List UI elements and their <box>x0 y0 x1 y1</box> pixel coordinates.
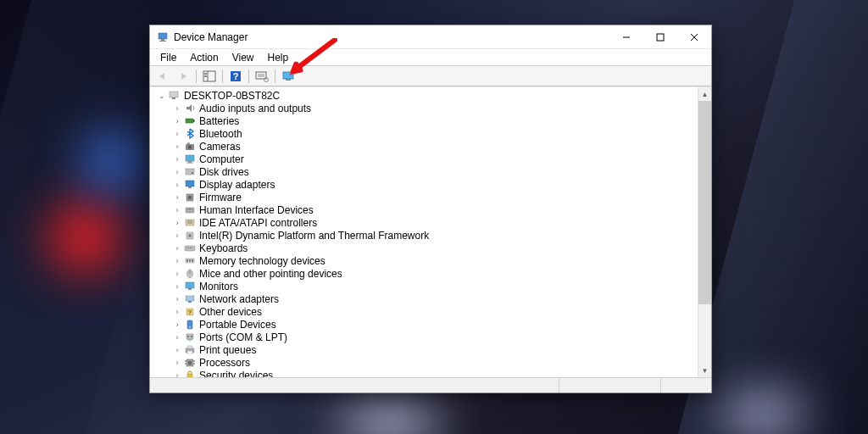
device-tree[interactable]: ⌄ DESKTOP-0BST82C ›Audio inputs and outp… <box>150 87 698 377</box>
chevron-right-icon[interactable]: › <box>172 346 182 354</box>
chevron-right-icon[interactable]: › <box>172 270 182 278</box>
scrollbar-thumb[interactable] <box>698 101 711 304</box>
add-legacy-hardware-button[interactable] <box>279 68 298 85</box>
svg-rect-53 <box>188 288 192 290</box>
chevron-right-icon[interactable]: › <box>172 320 182 329</box>
svg-rect-9 <box>204 73 207 75</box>
chevron-right-icon[interactable]: › <box>172 104 182 113</box>
scroll-down-button[interactable]: ▼ <box>698 364 711 377</box>
computer-icon <box>183 153 197 165</box>
tree-node-portable[interactable]: ›Portable Devices <box>170 318 698 331</box>
chevron-right-icon[interactable]: › <box>172 206 182 214</box>
svg-rect-65 <box>187 351 192 353</box>
menu-action[interactable]: Action <box>183 50 225 65</box>
tree-node-battery[interactable]: ›Batteries <box>170 114 698 127</box>
chevron-right-icon[interactable]: › <box>172 117 182 125</box>
close-button[interactable] <box>677 25 711 48</box>
tree-node-network[interactable]: ›Network adapters <box>170 292 698 305</box>
minimize-button[interactable] <box>609 25 643 48</box>
titlebar[interactable]: Device Manager <box>150 25 711 49</box>
vertical-scrollbar[interactable]: ▲ ▼ <box>698 87 711 377</box>
show-hide-tree-button[interactable] <box>200 68 219 85</box>
tree-node-audio[interactable]: ›Audio inputs and outputs <box>170 102 698 114</box>
svg-rect-31 <box>188 186 192 188</box>
chevron-right-icon[interactable]: › <box>172 333 182 342</box>
tree-node-other[interactable]: ›?Other devices <box>170 305 698 318</box>
disk-icon <box>183 166 197 178</box>
chevron-right-icon[interactable]: › <box>172 142 182 151</box>
chevron-right-icon[interactable]: › <box>172 244 182 253</box>
tree-node-monitor[interactable]: ›Monitors <box>170 280 698 292</box>
tree-node-label: Bluetooth <box>199 128 242 140</box>
statusbar <box>150 377 711 392</box>
forward-button <box>174 68 192 85</box>
svg-rect-54 <box>186 296 194 301</box>
svg-point-40 <box>188 234 192 237</box>
chevron-right-icon[interactable]: › <box>172 193 182 202</box>
menu-view[interactable]: View <box>225 50 261 65</box>
tree-node-camera[interactable]: ›Cameras <box>170 140 698 153</box>
ide-icon <box>183 217 197 229</box>
tree-node-bluetooth[interactable]: ›Bluetooth <box>170 127 698 140</box>
tree-node-hid[interactable]: ›Human Interface Devices <box>170 203 698 216</box>
scan-hardware-button[interactable] <box>253 68 271 85</box>
svg-point-62 <box>191 336 192 337</box>
network-icon <box>183 293 197 305</box>
tree-node-processor[interactable]: ›Processors <box>170 356 698 369</box>
chevron-down-icon[interactable]: ⌄ <box>157 92 167 100</box>
window-title: Device Manager <box>174 31 609 43</box>
tree-node-label: Security devices <box>199 370 273 378</box>
tree-node-label: Batteries <box>199 115 239 127</box>
tree-node-label: Memory technology devices <box>199 255 326 267</box>
chevron-right-icon[interactable]: › <box>172 130 182 138</box>
keyboard-icon <box>183 242 197 254</box>
bluetooth-icon <box>183 128 197 140</box>
chevron-right-icon[interactable]: › <box>172 257 182 265</box>
chevron-right-icon[interactable]: › <box>172 371 182 378</box>
chevron-right-icon[interactable]: › <box>172 308 182 316</box>
tree-node-label: Firmware <box>199 192 242 203</box>
chevron-right-icon[interactable]: › <box>172 359 182 367</box>
tree-node-security[interactable]: ›Security devices <box>170 369 698 377</box>
tree-node-label: Disk drives <box>199 166 249 178</box>
tree-node-ports[interactable]: ›Ports (COM & LPT) <box>170 331 698 343</box>
svg-rect-1 <box>161 39 164 41</box>
chevron-right-icon[interactable]: › <box>172 168 182 176</box>
svg-rect-64 <box>187 346 192 348</box>
tree-node-printer[interactable]: ›Print queues <box>170 343 698 356</box>
svg-rect-55 <box>188 301 192 303</box>
scroll-up-button[interactable]: ▲ <box>698 87 711 101</box>
content-area: ⌄ DESKTOP-0BST82C ›Audio inputs and outp… <box>150 86 711 377</box>
tree-node-disk[interactable]: ›Disk drives <box>170 165 698 178</box>
tree-node-display[interactable]: ›Display adapters <box>170 178 698 191</box>
tree-node-mouse[interactable]: ›Mice and other pointing devices <box>170 267 698 280</box>
chevron-right-icon[interactable]: › <box>172 181 182 189</box>
svg-rect-45 <box>192 248 192 248</box>
tree-node-label: Cameras <box>199 141 241 153</box>
help-button[interactable]: ? <box>226 68 245 85</box>
chevron-right-icon[interactable]: › <box>172 282 182 291</box>
tree-node-ide[interactable]: ›IDE ATA/ATAPI controllers <box>170 216 698 229</box>
menu-help[interactable]: Help <box>261 50 296 65</box>
maximize-button[interactable] <box>643 25 677 48</box>
tree-node-keyboard[interactable]: ›Keyboards <box>170 242 698 254</box>
chevron-right-icon[interactable]: › <box>172 295 182 303</box>
tree-node-computer[interactable]: ›Computer <box>170 153 698 165</box>
security-icon <box>183 370 197 378</box>
svg-point-23 <box>188 146 192 149</box>
tree-node-label: Ports (COM & LPT) <box>199 331 287 343</box>
tree-node-memory[interactable]: ›Memory technology devices <box>170 254 698 267</box>
svg-rect-17 <box>286 79 291 81</box>
tree-node-label: Print queues <box>199 344 256 356</box>
svg-rect-20 <box>186 119 193 123</box>
chevron-right-icon[interactable]: › <box>172 219 182 227</box>
tree-node-intel[interactable]: ›Intel(R) Dynamic Platform and Thermal F… <box>170 229 698 242</box>
tree-node-label: Keyboards <box>199 242 248 254</box>
tree-node-label: Computer <box>199 153 244 165</box>
chevron-right-icon[interactable]: › <box>172 231 182 240</box>
chevron-right-icon[interactable]: › <box>172 155 182 164</box>
menu-file[interactable]: File <box>153 50 183 65</box>
tree-node-firmware[interactable]: ›Firmware <box>170 191 698 203</box>
tree-root-node[interactable]: ⌄ DESKTOP-0BST82C <box>155 89 698 102</box>
svg-rect-47 <box>186 259 188 262</box>
